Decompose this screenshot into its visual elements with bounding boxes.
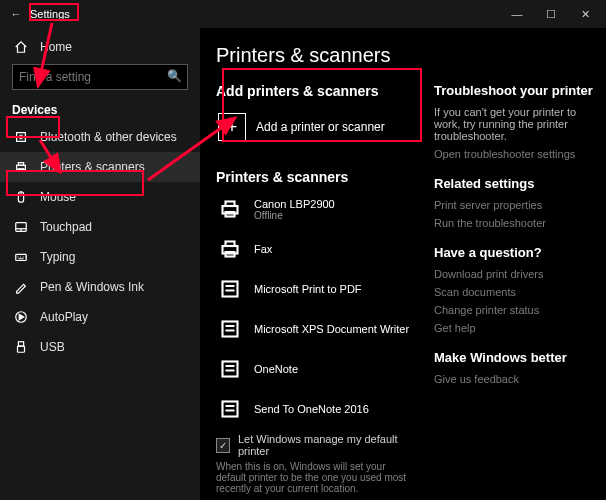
related-link[interactable]: Print server properties xyxy=(434,199,596,211)
device-name: Fax xyxy=(254,243,272,255)
svg-rect-19 xyxy=(223,282,238,297)
svg-rect-12 xyxy=(18,346,25,352)
troubleshoot-link[interactable]: Open troubleshooter settings xyxy=(434,148,596,160)
sidebar-item-label: Printers & scanners xyxy=(40,160,145,174)
page-title: Printers & scanners xyxy=(216,44,606,67)
question-link[interactable]: Change printer status xyxy=(434,304,596,316)
search-wrap: 🔍 xyxy=(12,64,188,90)
sidebar-item-label: Mouse xyxy=(40,190,76,204)
device-item[interactable]: Send To OneNote 2016 xyxy=(216,393,416,425)
sidebar-item-pen[interactable]: Pen & Windows Ink xyxy=(0,272,200,302)
feedback-link[interactable]: Give us feedback xyxy=(434,373,596,385)
printer-icon xyxy=(216,235,244,263)
device-status: Offline xyxy=(254,210,335,221)
question-link[interactable]: Scan documents xyxy=(434,286,596,298)
svg-rect-17 xyxy=(226,242,235,247)
add-printer-label: Add a printer or scanner xyxy=(256,120,385,134)
printer-icon xyxy=(216,355,244,383)
related-link[interactable]: Run the troubleshooter xyxy=(434,217,596,229)
minimize-button[interactable]: — xyxy=(500,8,534,20)
printer-icon xyxy=(216,395,244,423)
troubleshoot-header: Troubleshoot your printer xyxy=(434,83,596,98)
sidebar-item-label: AutoPlay xyxy=(40,310,88,324)
add-printer-button[interactable]: + Add a printer or scanner xyxy=(216,107,416,151)
sidebar-item-label: Pen & Windows Ink xyxy=(40,280,144,294)
device-name: OneNote xyxy=(254,363,298,375)
svg-rect-2 xyxy=(18,163,23,166)
svg-rect-20 xyxy=(223,322,238,337)
default-printer-checkbox[interactable]: ✓ xyxy=(216,438,230,453)
question-link[interactable]: Get help xyxy=(434,322,596,334)
back-button[interactable]: ← xyxy=(4,8,28,20)
device-name: Microsoft Print to PDF xyxy=(254,283,362,295)
default-printer-desc: When this is on, Windows will set your d… xyxy=(216,461,416,494)
close-button[interactable]: ✕ xyxy=(568,8,602,21)
sidebar-item-touchpad[interactable]: Touchpad xyxy=(0,212,200,242)
search-input[interactable] xyxy=(12,64,188,90)
autoplay-icon xyxy=(12,308,30,326)
add-printers-header: Add printers & scanners xyxy=(216,83,416,99)
printer-icon xyxy=(216,275,244,303)
sidebar: Home 🔍 Devices Bluetooth & other devices… xyxy=(0,28,200,500)
mouse-icon xyxy=(12,188,30,206)
svg-rect-22 xyxy=(223,402,238,417)
keyboard-icon xyxy=(12,248,30,266)
related-header: Related settings xyxy=(434,176,596,191)
sidebar-item-label: Touchpad xyxy=(40,220,92,234)
devices-list-header: Printers & scanners xyxy=(216,169,416,185)
svg-rect-21 xyxy=(223,362,238,377)
question-header: Have a question? xyxy=(434,245,596,260)
printer-icon xyxy=(12,158,30,176)
touchpad-icon xyxy=(12,218,30,236)
titlebar: ← Settings — ☐ ✕ xyxy=(0,0,606,28)
sidebar-item-mouse[interactable]: Mouse xyxy=(0,182,200,212)
main-content: Printers & scanners Add printers & scann… xyxy=(200,28,606,500)
device-name: Canon LBP2900 xyxy=(254,198,335,210)
home-icon xyxy=(12,38,30,56)
sidebar-item-printers[interactable]: Printers & scanners xyxy=(0,152,200,182)
device-item[interactable]: Canon LBP2900 Offline xyxy=(216,193,416,225)
device-name: Send To OneNote 2016 xyxy=(254,403,369,415)
sidebar-section-header: Devices xyxy=(0,98,200,122)
sidebar-item-usb[interactable]: USB xyxy=(0,332,200,362)
device-item[interactable]: OneNote xyxy=(216,353,416,385)
printer-icon xyxy=(216,195,244,223)
sidebar-item-label: Typing xyxy=(40,250,75,264)
sidebar-item-home[interactable]: Home xyxy=(0,34,200,60)
pen-icon xyxy=(12,278,30,296)
device-name: Microsoft XPS Document Writer xyxy=(254,323,409,335)
sidebar-item-bluetooth[interactable]: Bluetooth & other devices xyxy=(0,122,200,152)
sidebar-item-typing[interactable]: Typing xyxy=(0,242,200,272)
sidebar-item-label: USB xyxy=(40,340,65,354)
troubleshoot-text: If you can't get your printer to work, t… xyxy=(434,106,596,142)
maximize-button[interactable]: ☐ xyxy=(534,8,568,21)
usb-icon xyxy=(12,338,30,356)
bluetooth-icon xyxy=(12,128,30,146)
better-header: Make Windows better xyxy=(434,350,596,365)
svg-rect-11 xyxy=(18,342,23,346)
device-item[interactable]: Fax xyxy=(216,233,416,265)
device-item[interactable]: Microsoft XPS Document Writer xyxy=(216,313,416,345)
printer-icon xyxy=(216,315,244,343)
plus-icon: + xyxy=(218,113,246,141)
question-link[interactable]: Download print drivers xyxy=(434,268,596,280)
sidebar-item-autoplay[interactable]: AutoPlay xyxy=(0,302,200,332)
default-printer-label: Let Windows manage my default printer xyxy=(238,433,416,457)
device-item[interactable]: Microsoft Print to PDF xyxy=(216,273,416,305)
svg-rect-14 xyxy=(226,202,235,207)
app-title: Settings xyxy=(28,8,72,20)
sidebar-item-label: Bluetooth & other devices xyxy=(40,130,177,144)
sidebar-home-label: Home xyxy=(40,40,72,54)
